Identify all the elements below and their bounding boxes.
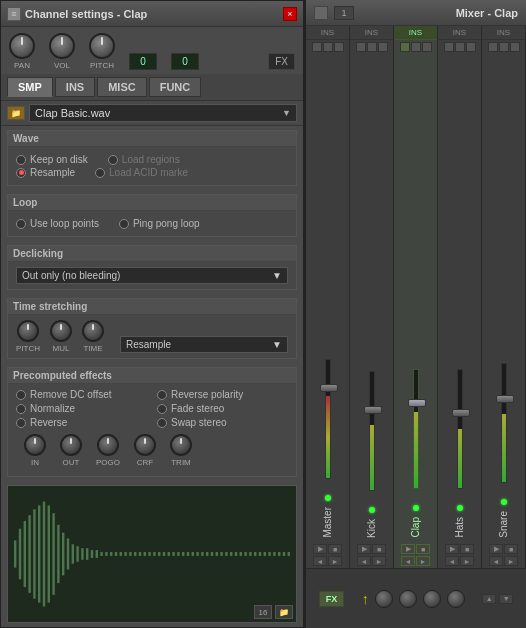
- ping-pong-radio[interactable]: [119, 219, 129, 229]
- in-knob[interactable]: [24, 434, 46, 456]
- snare-insert-1[interactable]: [488, 42, 498, 52]
- snare-led[interactable]: [501, 499, 507, 505]
- kick-insert-2[interactable]: [367, 42, 377, 52]
- send-down-btn[interactable]: ▼: [499, 594, 513, 604]
- hats-insert-3[interactable]: [466, 42, 476, 52]
- ts-mul-knob[interactable]: [50, 320, 72, 342]
- pan-knob[interactable]: [9, 33, 35, 59]
- kick-stop-btn[interactable]: ■: [372, 544, 386, 554]
- clap-insert-3[interactable]: [422, 42, 432, 52]
- waveform-area[interactable]: 16 📁: [7, 485, 297, 623]
- clap-channel-name[interactable]: Clap: [408, 513, 423, 542]
- snare-insert-3[interactable]: [510, 42, 520, 52]
- load-regions-radio[interactable]: [108, 155, 118, 165]
- normalize-option[interactable]: Normalize: [16, 403, 147, 414]
- send-knob-2[interactable]: [399, 590, 417, 608]
- tab-misc[interactable]: MISC: [97, 77, 147, 97]
- fade-stereo-option[interactable]: Fade stereo: [157, 403, 288, 414]
- hats-led[interactable]: [457, 505, 463, 511]
- folder-icon[interactable]: 📁: [7, 106, 25, 120]
- crf-knob[interactable]: [134, 434, 156, 456]
- swap-stereo-option[interactable]: Swap stereo: [157, 417, 288, 428]
- load-acid-radio[interactable]: [95, 168, 105, 178]
- clap-insert-2[interactable]: [411, 42, 421, 52]
- snare-play-btn[interactable]: ▶: [489, 544, 503, 554]
- hats-stop-btn[interactable]: ■: [460, 544, 474, 554]
- hats-fader-handle[interactable]: [452, 409, 470, 417]
- declicking-dropdown[interactable]: Out only (no bleeding) ▼: [16, 267, 288, 284]
- snare-fader-handle[interactable]: [496, 395, 514, 403]
- close-button[interactable]: ×: [283, 7, 297, 21]
- fade-stereo-radio[interactable]: [157, 404, 167, 414]
- reverse-polarity-option[interactable]: Reverse polarity: [157, 389, 288, 400]
- kick-led[interactable]: [369, 507, 375, 513]
- keep-on-disk-radio[interactable]: [16, 155, 26, 165]
- fx-send-button[interactable]: FX: [319, 591, 345, 607]
- hats-play-btn[interactable]: ▶: [445, 544, 459, 554]
- swap-stereo-radio[interactable]: [157, 418, 167, 428]
- remove-dc-radio[interactable]: [16, 390, 26, 400]
- master-channel-name[interactable]: Master: [320, 503, 335, 542]
- snare-vol-btn2[interactable]: ►: [504, 556, 518, 566]
- tab-ins[interactable]: INS: [55, 77, 95, 97]
- ping-pong-option[interactable]: Ping pong loop: [119, 218, 200, 229]
- hats-vol-btn2[interactable]: ►: [460, 556, 474, 566]
- file-dropdown[interactable]: Clap Basic.wav ▼: [29, 104, 297, 122]
- ts-pitch-knob[interactable]: [17, 320, 39, 342]
- reverse-option[interactable]: Reverse: [16, 417, 147, 428]
- trim-knob[interactable]: [170, 434, 192, 456]
- master-insert-1[interactable]: [312, 42, 322, 52]
- clap-vol-btn2[interactable]: ►: [416, 556, 430, 566]
- kick-vol-btn[interactable]: ◄: [357, 556, 371, 566]
- load-acid-option[interactable]: Load ACID marke: [95, 167, 188, 178]
- kick-fader-handle[interactable]: [364, 406, 382, 414]
- send-knob-1[interactable]: [375, 590, 393, 608]
- master-led[interactable]: [325, 495, 331, 501]
- ts-time-knob[interactable]: [82, 320, 104, 342]
- fx-button[interactable]: FX: [268, 53, 295, 70]
- keep-on-disk-option[interactable]: Keep on disk: [16, 154, 88, 165]
- kick-channel-name[interactable]: Kick: [364, 515, 379, 542]
- send-knob-3[interactable]: [423, 590, 441, 608]
- clap-fader-handle[interactable]: [408, 399, 426, 407]
- clap-led[interactable]: [413, 505, 419, 511]
- reverse-radio[interactable]: [16, 418, 26, 428]
- use-loop-points-option[interactable]: Use loop points: [16, 218, 99, 229]
- snare-channel-name[interactable]: Snare: [496, 507, 511, 542]
- normalize-radio[interactable]: [16, 404, 26, 414]
- master-insert-2[interactable]: [323, 42, 333, 52]
- clap-play-btn[interactable]: ▶: [401, 544, 415, 554]
- master-stop-btn[interactable]: ■: [328, 544, 342, 554]
- waveform-zoom-btn[interactable]: 16: [254, 605, 272, 619]
- hats-channel-name[interactable]: Hats: [452, 513, 467, 542]
- vol-knob[interactable]: [49, 33, 75, 59]
- clap-vol-btn[interactable]: ◄: [401, 556, 415, 566]
- ts-mode-dropdown[interactable]: Resample ▼: [120, 336, 288, 353]
- resample-radio[interactable]: [16, 168, 26, 178]
- master-vol-btn[interactable]: ◄: [313, 556, 327, 566]
- snare-stop-btn[interactable]: ■: [504, 544, 518, 554]
- send-up-btn[interactable]: ▲: [482, 594, 496, 604]
- snare-vol-btn[interactable]: ◄: [489, 556, 503, 566]
- clap-stop-btn[interactable]: ■: [416, 544, 430, 554]
- hats-insert-2[interactable]: [455, 42, 465, 52]
- out-knob[interactable]: [60, 434, 82, 456]
- hats-insert-1[interactable]: [444, 42, 454, 52]
- kick-vol-btn2[interactable]: ►: [372, 556, 386, 566]
- load-regions-option[interactable]: Load regions: [108, 154, 180, 165]
- hats-vol-btn[interactable]: ◄: [445, 556, 459, 566]
- send-knob-4[interactable]: [447, 590, 465, 608]
- master-play-btn[interactable]: ▶: [313, 544, 327, 554]
- snare-insert-2[interactable]: [499, 42, 509, 52]
- reverse-polarity-radio[interactable]: [157, 390, 167, 400]
- master-insert-3[interactable]: [334, 42, 344, 52]
- kick-insert-3[interactable]: [378, 42, 388, 52]
- kick-insert-1[interactable]: [356, 42, 366, 52]
- pitch-knob[interactable]: [89, 33, 115, 59]
- master-vol-btn2[interactable]: ►: [328, 556, 342, 566]
- tab-func[interactable]: FUNC: [149, 77, 202, 97]
- pogo-knob[interactable]: [97, 434, 119, 456]
- clap-insert-1[interactable]: [400, 42, 410, 52]
- kick-play-btn[interactable]: ▶: [357, 544, 371, 554]
- resample-option[interactable]: Resample: [16, 167, 75, 178]
